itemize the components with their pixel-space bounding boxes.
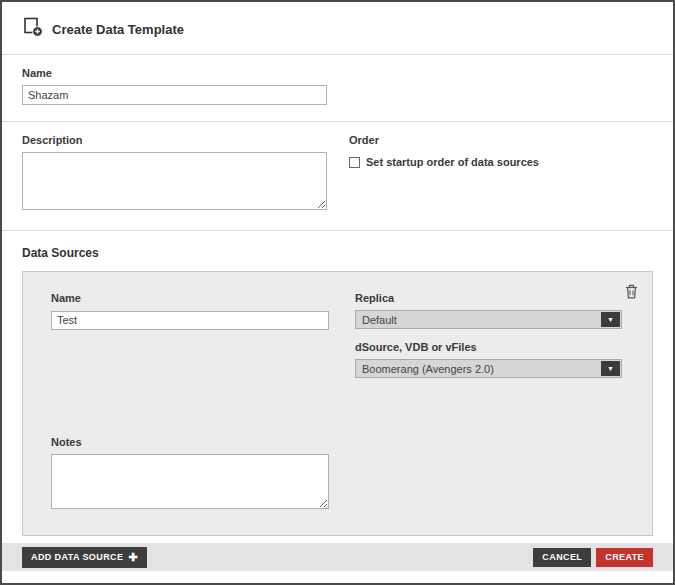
startup-order-checkbox-row[interactable]: Set startup order of data sources xyxy=(349,156,653,168)
replica-dropdown[interactable]: Default ▼ xyxy=(355,310,622,329)
name-label: Name xyxy=(22,67,653,79)
data-template-icon xyxy=(22,17,44,41)
description-order-section: Description Order Set startup order of d… xyxy=(2,122,673,230)
chevron-down-icon[interactable]: ▼ xyxy=(601,361,620,376)
dsource-dropdown[interactable]: Boomerang (Avengers 2.0) ▼ xyxy=(355,359,622,378)
chevron-down-icon[interactable]: ▼ xyxy=(601,312,620,327)
source-name-label: Name xyxy=(51,292,355,304)
startup-order-checkbox-label: Set startup order of data sources xyxy=(366,156,539,168)
name-input[interactable] xyxy=(22,85,327,105)
description-textarea[interactable] xyxy=(22,152,327,210)
create-data-template-dialog: Create Data Template Name Description Or… xyxy=(0,0,675,585)
delete-data-source-button[interactable] xyxy=(623,284,639,301)
add-data-source-button[interactable]: ADD DATA SOURCE✚ xyxy=(22,547,147,568)
dsource-label: dSource, VDB or vFiles xyxy=(355,341,623,353)
notes-block: Notes xyxy=(51,436,624,513)
dialog-header: Create Data Template xyxy=(2,2,673,54)
source-name-column: Name xyxy=(51,292,355,378)
dsource-field: dSource, VDB or vFiles Boomerang (Avenge… xyxy=(355,341,623,378)
data-sources-heading: Data Sources xyxy=(2,231,673,271)
page-title: Create Data Template xyxy=(52,22,184,37)
add-data-source-label: ADD DATA SOURCE xyxy=(31,552,123,562)
order-column: Order Set startup order of data sources xyxy=(349,134,653,214)
order-label: Order xyxy=(349,134,653,146)
cancel-button[interactable]: CANCEL xyxy=(533,548,591,567)
replica-selected-value: Default xyxy=(356,314,601,326)
source-name-input[interactable] xyxy=(51,311,329,330)
dsource-selected-value: Boomerang (Avengers 2.0) xyxy=(356,363,601,375)
notes-textarea[interactable] xyxy=(51,454,329,509)
trash-icon xyxy=(625,287,638,302)
startup-order-checkbox[interactable] xyxy=(349,157,360,168)
plus-icon: ✚ xyxy=(128,551,138,563)
replica-field: Replica Default ▼ xyxy=(355,292,623,329)
data-source-card: Name Replica Default ▼ dSource, VDB or v… xyxy=(22,271,653,536)
footer-actions: CANCEL CREATE xyxy=(533,548,653,567)
name-section: Name xyxy=(2,55,673,121)
data-source-fields: Name Replica Default ▼ dSource, VDB or v… xyxy=(51,292,624,378)
description-column: Description xyxy=(22,134,349,214)
replica-label: Replica xyxy=(355,292,623,304)
create-button[interactable]: CREATE xyxy=(596,548,653,567)
source-selects-column: Replica Default ▼ dSource, VDB or vFiles… xyxy=(355,292,623,378)
notes-label: Notes xyxy=(51,436,624,448)
description-label: Description xyxy=(22,134,349,146)
footer-bar: ADD DATA SOURCE✚ CANCEL CREATE xyxy=(2,543,673,571)
